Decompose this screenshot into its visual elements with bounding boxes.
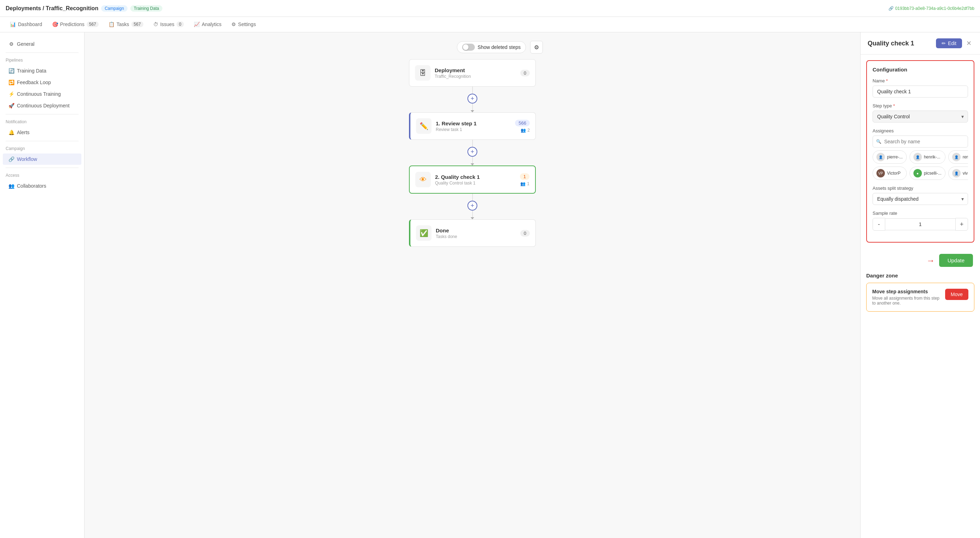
assignee-label-picselli: picselli-... [924, 171, 942, 176]
sidebar-item-feedback-loop[interactable]: 🔁 Feedback Loop [3, 77, 81, 88]
step-type-field-group: Step type * Quality Control Review Conse… [873, 103, 968, 122]
move-button[interactable]: Move [945, 289, 968, 300]
sidebar-divider-3 [6, 141, 78, 141]
deployment-step-name: Deployment [435, 67, 516, 73]
issues-icon: ⏱ [153, 21, 158, 27]
sample-rate-field-group: Sample rate - 1 + [873, 211, 968, 231]
add-step-button-3[interactable]: + [468, 201, 477, 211]
name-input[interactable] [873, 86, 968, 98]
edit-button[interactable]: ✏ Edit [936, 38, 962, 48]
assignee-picselli[interactable]: ● picselli-... [910, 167, 945, 180]
sample-rate-label: Sample rate [873, 211, 968, 216]
avatar-vivien: 👤 [952, 169, 961, 178]
sample-rate-minus-button[interactable]: - [873, 218, 885, 231]
connector-line-2 [473, 140, 473, 147]
toggle-switch [462, 44, 475, 51]
breadcrumb: Deployments / Traffic_Recognition [6, 5, 98, 12]
sidebar-general-section: ⚙ General [0, 38, 84, 50]
tasks-icon: 📋 [108, 21, 115, 27]
danger-move-info: Move step assignments Move all assignmen… [872, 289, 941, 306]
close-panel-button[interactable]: ✕ [965, 38, 973, 49]
assignee-pierre[interactable]: 👤 pierre-... [873, 150, 907, 164]
settings-gear-icon: ⚙ [534, 44, 539, 51]
sidebar-item-alerts[interactable]: 🔔 Alerts [3, 127, 81, 138]
sidebar-section-access: Access [0, 171, 84, 180]
update-button[interactable]: Update [939, 254, 973, 267]
tab-settings[interactable]: ⚙ Settings [227, 17, 260, 32]
step-quality-1[interactable]: 👁 2. Quality check 1 Quality Control tas… [409, 165, 536, 194]
main-layout: ⚙ General Pipelines 🔄 Training Data 🔁 Fe… [0, 32, 980, 538]
workflow-icon: 🔗 [8, 156, 14, 162]
assignees-field-group: Assignees 👤 pierre-... 👤 henrik-... 👤 [873, 128, 968, 180]
assignee-vivien[interactable]: 👤 vivien-... [948, 167, 968, 180]
panel-title: Quality check 1 [868, 40, 914, 47]
workflow-content: Show deleted steps ⚙ 🗄 Deployment Traffi… [84, 32, 860, 538]
add-step-button-1[interactable]: + [468, 94, 477, 103]
quality-step-name: 2. Quality check 1 [435, 174, 516, 180]
split-strategy-field-group: Assets split strategy Equally dispatched… [873, 186, 968, 205]
edit-icon: ✏ [942, 40, 946, 46]
tab-predictions[interactable]: 🎯 Predictions 567 [48, 17, 103, 32]
sidebar: ⚙ General Pipelines 🔄 Training Data 🔁 Fe… [0, 32, 84, 538]
panel-header-actions: ✏ Edit ✕ [936, 38, 973, 49]
tab-tasks[interactable]: 📋 Tasks 567 [104, 17, 148, 32]
canvas-settings-button[interactable]: ⚙ [530, 41, 543, 54]
quality-count: 1 [520, 173, 530, 180]
configuration-section: Configuration Name * Step type * Quality… [866, 60, 974, 243]
sidebar-item-continuous-training[interactable]: ⚡ Continuous Training [3, 88, 81, 100]
deployment-step-icon: 🗄 [415, 65, 431, 81]
assignees-grid: 👤 pierre-... 👤 henrik-... 👤 remihe-... V… [873, 150, 968, 180]
update-section: → Update [861, 248, 980, 273]
badge-training: Training Data [130, 5, 163, 12]
sample-rate-row: - 1 + [873, 218, 968, 231]
assignee-label-henrik: henrik-... [924, 155, 940, 159]
sidebar-section-pipelines: Pipelines [0, 56, 84, 65]
feedback-icon: 🔁 [8, 79, 14, 85]
sidebar-item-collaborators[interactable]: 👥 Collaborators [3, 180, 81, 192]
badge-campaign: Campaign [101, 5, 127, 12]
connector-2: + [468, 140, 477, 165]
tab-issues[interactable]: ⏱ Issues 0 [149, 17, 188, 32]
step-review-1[interactable]: ✏️ 1. Review step 1 Review task 1 566 👥 … [409, 112, 536, 140]
navtabs: 📊 Dashboard 🎯 Predictions 567 📋 Tasks 56… [0, 17, 980, 32]
split-strategy-select[interactable]: Equally dispatched Random Sequential [873, 193, 968, 205]
assignee-label-vivien: vivien-... [963, 171, 968, 176]
sidebar-item-continuous-deployment[interactable]: 🚀 Continuous Deployment [3, 100, 81, 111]
settings-icon: ⚙ [231, 21, 236, 27]
panel-header: Quality check 1 ✏ Edit ✕ [861, 32, 980, 55]
danger-move-card: Move step assignments Move all assignmen… [866, 283, 974, 312]
review-assignees: 👥 2 [521, 128, 530, 133]
deployment-step-badges: 0 [520, 70, 530, 76]
topbar-left: Deployments / Traffic_Recognition Campai… [6, 5, 162, 12]
quality-assignees: 👥 1 [520, 181, 530, 186]
tab-analytics[interactable]: 📈 Analytics [189, 17, 226, 32]
assignees-search-input[interactable] [873, 136, 968, 148]
tab-dashboard[interactable]: 📊 Dashboard [6, 17, 46, 32]
sidebar-divider-1 [6, 52, 78, 53]
add-step-button-2[interactable]: + [468, 147, 477, 157]
connector-3: + [468, 194, 477, 219]
sidebar-item-workflow[interactable]: 🔗 Workflow [3, 154, 81, 165]
connector-1: + [468, 87, 477, 112]
show-deleted-toggle[interactable]: Show deleted steps [457, 41, 526, 53]
split-strategy-label: Assets split strategy [873, 186, 968, 191]
assignee-label-remihe: remihe-... [963, 155, 968, 159]
assignee-victorp[interactable]: VP VictorP [873, 167, 907, 180]
sidebar-item-training-data[interactable]: 🔄 Training Data [3, 65, 81, 76]
connector-line-3 [473, 194, 473, 201]
name-required: * [886, 78, 888, 83]
assignee-henrik[interactable]: 👤 henrik-... [910, 150, 945, 164]
step-done[interactable]: ✅ Done Tasks done 0 [409, 219, 536, 247]
sidebar-item-general[interactable]: ⚙ General [3, 38, 81, 50]
step-type-select[interactable]: Quality Control Review Consensus [873, 111, 968, 122]
sidebar-section-notification: Notification [0, 117, 84, 126]
sample-rate-plus-button[interactable]: + [955, 218, 968, 231]
review-step-badges: 566 👥 2 [515, 120, 530, 133]
bell-icon: 🔔 [8, 130, 14, 135]
commit-id: 🔗 0193bb73-a0e8-734a-a9c1-0c6b4e2df7bb [888, 6, 974, 11]
configuration-title: Configuration [873, 67, 968, 73]
step-deployment[interactable]: 🗄 Deployment Traffic_Recognition 0 [409, 59, 536, 87]
predictions-icon: 🎯 [52, 21, 58, 27]
workflow-canvas: Show deleted steps ⚙ 🗄 Deployment Traffi… [402, 41, 543, 247]
assignee-remihe[interactable]: 👤 remihe-... [948, 150, 968, 164]
